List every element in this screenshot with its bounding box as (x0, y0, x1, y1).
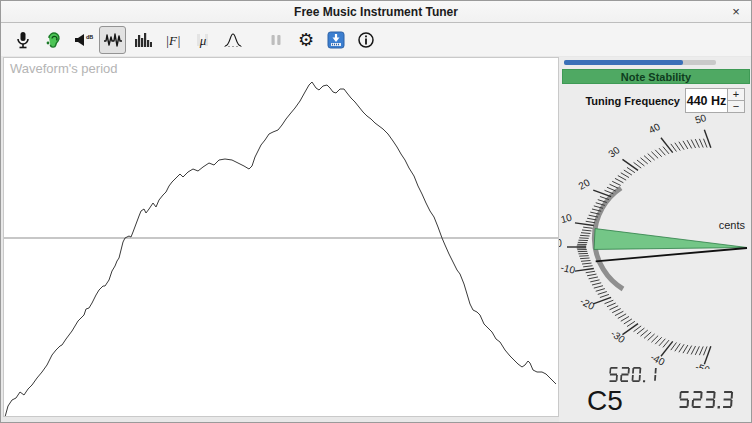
volume-progress-fill (564, 60, 683, 65)
volume-db-icon: dB (72, 30, 94, 50)
gauge-minor-tick (610, 184, 619, 188)
tuning-frequency-spinbox[interactable]: 440 Hz + − (685, 88, 745, 113)
gauge-minor-tick (644, 332, 651, 338)
gauge-minor-tick (699, 346, 703, 355)
gauge-minor-tick (651, 152, 658, 159)
gauge-minor-tick (703, 346, 707, 355)
toolbar-button-fourier-view[interactable]: |F| (159, 26, 186, 54)
gauge-minor-tick (621, 316, 629, 321)
note-stability-bar: Note Stability (562, 69, 750, 84)
gauge-minor-tick (683, 345, 688, 353)
gauge-minor-tick (659, 148, 665, 155)
svg-text:μ: μ (198, 32, 206, 47)
toolbar-button-settings-gear[interactable]: ⚙ (292, 26, 319, 54)
gauge-minor-tick (581, 260, 590, 261)
gauge-minor-tick (691, 346, 695, 354)
svg-text:⚙: ⚙ (297, 30, 313, 50)
gauge-minor-tick (683, 141, 688, 149)
gauge-major-tick (593, 190, 611, 197)
cents-gauge: -50-40-30-20-1001020304050cents (559, 113, 752, 369)
gauge-minor-tick (687, 140, 692, 148)
gauge-major-tick (661, 138, 673, 153)
close-button[interactable]: × (728, 3, 744, 19)
gauge-minor-tick (691, 140, 695, 148)
gauge-tick-label: 40 (647, 121, 662, 136)
spinbox-decrement-button[interactable]: − (728, 101, 744, 112)
gauge-major-tick (704, 130, 711, 148)
toolbar-button-record-save[interactable] (322, 26, 349, 54)
gauge-minor-tick (587, 274, 596, 276)
gauge-minor-tick (655, 337, 662, 344)
gauge-minor-tick (600, 294, 609, 297)
tuning-frequency-value[interactable]: 440 Hz (686, 89, 727, 112)
toolbar-button-listen-ear[interactable] (39, 26, 66, 54)
gauge-minor-tick (640, 158, 647, 164)
toolbar-button-microphone[interactable] (9, 26, 36, 54)
gauge-minor-tick (583, 227, 592, 228)
gauge-minor-tick (648, 154, 655, 161)
gauge-major-tick (704, 346, 711, 364)
toolbar-button-gaussian-view[interactable] (219, 26, 246, 54)
gauge-minor-tick (580, 235, 589, 236)
gauge-minor-tick (655, 150, 662, 157)
gauge-minor-tick (579, 256, 588, 257)
gauge-tick-label: -40 (649, 351, 667, 368)
gauge-minor-tick (687, 346, 692, 354)
gauge-tick-label: 10 (559, 212, 573, 225)
gauge-minor-tick (695, 346, 699, 355)
gauge-minor-tick (612, 181, 621, 185)
waveform-panel: Waveform's period (3, 57, 559, 417)
gauge-minor-tick (598, 292, 607, 295)
svg-text:|F|: |F| (165, 32, 180, 47)
gauge-minor-tick (618, 176, 626, 181)
gauge-minor-tick (675, 143, 680, 151)
gauge-minor-tick (637, 328, 644, 334)
toolbar-button-volume-db[interactable]: dB (69, 26, 96, 54)
gauge-minor-tick (586, 271, 595, 272)
gauge-tick-label: -10 (560, 262, 577, 276)
toolbar-button-waveform-view[interactable] (99, 26, 126, 54)
gauge-minor-tick (579, 238, 588, 239)
gauge-minor-tick (648, 334, 655, 341)
gauge-minor-tick (610, 306, 619, 310)
gauge-minor-tick (675, 343, 680, 351)
gauge-minor-tick (615, 178, 623, 182)
gauge-minor-tick (605, 300, 614, 304)
listen-ear-icon (43, 30, 63, 50)
gauge-minor-tick (594, 286, 603, 288)
gauge-minor-tick (640, 330, 647, 336)
app-window: Free Music Instrument Tuner × dB|F|μ⚙ Wa… (0, 0, 752, 423)
gauge-major-tick (622, 159, 638, 170)
record-save-icon (327, 31, 345, 49)
waveform-trace (5, 82, 556, 416)
gauge-minor-tick (679, 142, 684, 150)
gauge-minor-tick (612, 309, 621, 313)
note-stability-label: Note Stability (621, 71, 691, 83)
gauge-minor-tick (703, 139, 707, 148)
spectrum-view-icon (133, 30, 153, 50)
toolbar-button-spectrum-view[interactable] (129, 26, 156, 54)
window-title: Free Music Instrument Tuner (294, 5, 458, 19)
gauge-minor-tick (583, 266, 592, 267)
gauge-unit-label: cents (719, 219, 746, 231)
gauge-minor-tick (607, 303, 616, 307)
svg-text:dB: dB (86, 34, 93, 40)
gauge-minor-tick (586, 221, 595, 222)
gauge-minor-tick (607, 187, 616, 191)
gauge-stability-wedge (594, 229, 747, 250)
toolbar-button-statistics-view[interactable]: μ (189, 26, 216, 54)
spinbox-buttons: + − (727, 89, 744, 112)
gauge-tick-label: 0 (559, 238, 562, 249)
gauge-minor-tick (618, 314, 626, 319)
gauge-minor-tick (624, 170, 632, 175)
gauge-tick-label: -20 (578, 295, 596, 312)
gauge-minor-tick (582, 263, 591, 264)
gauge-minor-tick (596, 289, 605, 292)
toolbar-button-about-info[interactable] (352, 26, 379, 54)
gauge-minor-tick (580, 258, 589, 259)
waveform-period-label: Waveform's period (10, 61, 117, 76)
pause-icon (268, 32, 284, 48)
toolbar-button-pause (262, 26, 289, 54)
gauge-tick-label: 50 (694, 113, 708, 126)
tuning-frequency-label: Tuning Frequency (585, 95, 680, 107)
